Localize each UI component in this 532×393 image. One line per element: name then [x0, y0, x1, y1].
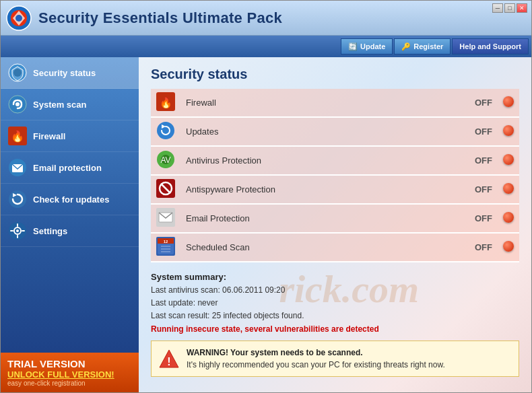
content-title: Security status — [151, 67, 519, 82]
summary-line-1: Last antivirus scan: 06.06.2011 09:20 — [151, 284, 519, 297]
svg-point-21 — [157, 122, 174, 139]
security-status-icon — [7, 63, 28, 83]
content-area: rick.com Security status 🔥 — [139, 57, 531, 392]
table-row[interactable]: AV Antivirus Protection OFF — [151, 146, 519, 175]
row-status: OFF — [428, 204, 498, 233]
register-icon: 🔑 — [401, 42, 411, 51]
status-table: 🔥 Firewall OFF — [151, 89, 519, 262]
warning-banner: ! WARNING! Your system needs to be scann… — [151, 341, 519, 377]
row-indicator-cell — [498, 204, 519, 233]
trial-title: TRIAL VERSION — [7, 358, 132, 369]
svg-text:🔥: 🔥 — [11, 130, 24, 143]
sidebar-item-settings[interactable]: Settings — [1, 215, 139, 247]
register-button[interactable]: 🔑 Register — [394, 38, 451, 55]
update-icon: 🔄 — [348, 42, 358, 51]
table-row[interactable]: 12 Scheduled Scan OFF — [151, 233, 519, 262]
row-icon-cell — [151, 175, 180, 204]
svg-rect-17 — [10, 230, 13, 231]
svg-rect-15 — [17, 223, 18, 227]
minimize-button[interactable]: ─ — [492, 3, 503, 13]
app-logo — [6, 5, 32, 31]
row-indicator-cell — [498, 146, 519, 175]
sidebar-item-security-status[interactable]: Security status — [1, 57, 139, 89]
sidebar-item-firewall[interactable]: 🔥 Firewall — [1, 120, 139, 152]
sidebar-label-settings: Settings — [33, 226, 67, 236]
table-row[interactable]: Email Protection OFF — [151, 204, 519, 233]
maximize-button[interactable]: □ — [504, 3, 515, 13]
row-indicator-cell — [498, 89, 519, 117]
trial-sub: easy one-click registration — [7, 380, 132, 387]
email-icon — [7, 157, 28, 178]
row-status: OFF — [428, 233, 498, 262]
status-indicator — [503, 154, 514, 165]
sidebar-item-updates[interactable]: Check for updates — [1, 184, 139, 215]
row-indicator-cell — [498, 233, 519, 262]
row-label: Email Protection — [180, 204, 428, 233]
warning-line2: It's highly recommended you scan your PC… — [187, 359, 445, 371]
row-status: OFF — [428, 117, 498, 146]
svg-text:🔥: 🔥 — [160, 97, 172, 109]
window-controls: ─ □ ✕ — [492, 3, 527, 13]
update-button[interactable]: 🔄 Update — [341, 38, 393, 55]
main-window: Security Essentials Ultimate Pack ─ □ ✕ … — [0, 0, 532, 393]
svg-text:AV: AV — [160, 155, 170, 165]
row-icon-cell — [151, 117, 180, 146]
status-indicator — [503, 96, 514, 107]
row-status: OFF — [428, 175, 498, 204]
title-bar: Security Essentials Ultimate Pack ─ □ ✕ — [1, 1, 531, 36]
table-row[interactable]: Antispyware Protection OFF — [151, 175, 519, 204]
close-button[interactable]: ✕ — [517, 3, 527, 13]
sidebar-item-system-scan[interactable]: System scan — [1, 89, 139, 120]
status-indicator — [503, 183, 514, 194]
updates-icon — [7, 189, 28, 209]
status-indicator — [503, 212, 514, 223]
summary-line-3: Last scan result: 25 infected objects fo… — [151, 310, 519, 322]
status-indicator — [503, 241, 514, 252]
row-icon-cell: AV — [151, 146, 180, 175]
toolbar: 🔄 Update 🔑 Register Help and Support — [1, 36, 531, 57]
sidebar-label-firewall: Firewall — [33, 131, 65, 141]
svg-rect-18 — [22, 230, 25, 231]
row-label: Firewall — [180, 89, 428, 117]
settings-icon — [7, 221, 28, 241]
sidebar: Security status System scan 🔥 — [1, 57, 139, 392]
status-indicator — [503, 125, 514, 136]
trial-banner: TRIAL VERSION UNLOCK FULL VERSION! easy … — [1, 353, 139, 392]
firewall-icon: 🔥 — [7, 126, 28, 146]
row-status: OFF — [428, 146, 498, 175]
sidebar-label-scan: System scan — [33, 100, 87, 110]
table-row[interactable]: Updates OFF — [151, 117, 519, 146]
summary-warning: Running insecure state, several vulnerab… — [151, 324, 519, 334]
content-inner: Security status 🔥 Firewall — [151, 67, 519, 377]
warning-line1: WARNING! Your system needs to be scanned… — [187, 347, 445, 359]
svg-point-2 — [15, 15, 22, 22]
row-indicator-cell — [498, 117, 519, 146]
row-label: Scheduled Scan — [180, 233, 428, 262]
row-indicator-cell — [498, 175, 519, 204]
svg-point-14 — [16, 229, 19, 232]
row-label: Antispyware Protection — [180, 175, 428, 204]
sidebar-label-security: Security status — [33, 68, 96, 78]
row-label: Updates — [180, 117, 428, 146]
sidebar-label-email: Email protection — [33, 163, 102, 173]
warning-text: WARNING! Your system needs to be scanned… — [187, 347, 445, 371]
svg-point-5 — [15, 102, 20, 106]
sidebar-label-updates: Check for updates — [33, 194, 109, 205]
trial-unlock[interactable]: UNLOCK FULL VERSION! — [7, 369, 132, 380]
warning-icon: ! — [158, 348, 180, 369]
summary-title: System summary: — [151, 272, 519, 282]
sidebar-item-email[interactable]: Email protection — [1, 152, 139, 184]
summary-line-2: Last update: never — [151, 297, 519, 310]
table-row[interactable]: 🔥 Firewall OFF — [151, 89, 519, 117]
main-area: Security status System scan 🔥 — [1, 57, 531, 392]
svg-text:!: ! — [167, 356, 170, 367]
row-icon-cell — [151, 204, 180, 233]
row-icon-cell: 12 — [151, 233, 180, 262]
help-button[interactable]: Help and Support — [452, 38, 529, 55]
svg-text:12: 12 — [164, 240, 168, 244]
summary-box: System summary: Last antivirus scan: 06.… — [151, 272, 519, 334]
row-status: OFF — [428, 89, 498, 117]
app-title: Security Essentials Ultimate Pack — [38, 9, 282, 27]
system-scan-icon — [7, 94, 28, 114]
row-label: Antivirus Protection — [180, 146, 428, 175]
